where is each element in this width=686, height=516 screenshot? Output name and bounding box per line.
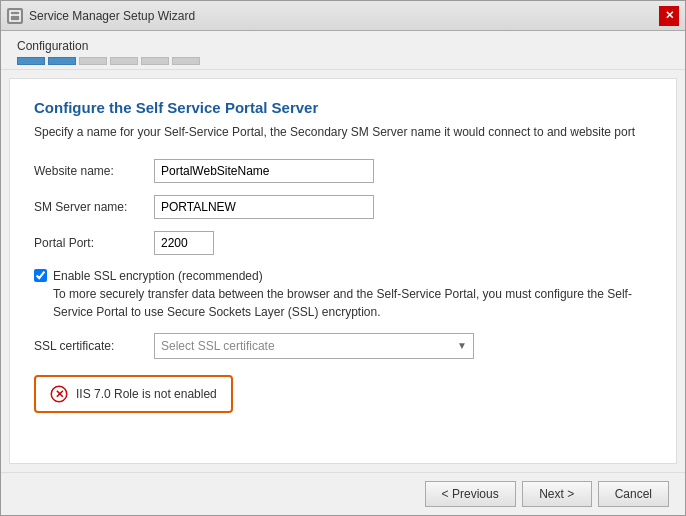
ssl-cert-label: SSL certificate: xyxy=(34,339,154,353)
ssl-checkbox-label: Enable SSL encryption (recommended) xyxy=(53,267,652,285)
wizard-window: Service Manager Setup Wizard ✕ Configura… xyxy=(0,0,686,516)
progress-step-3 xyxy=(79,57,107,65)
footer: < Previous Next > Cancel xyxy=(1,472,685,515)
portal-port-row: Portal Port: xyxy=(34,231,652,255)
progress-steps xyxy=(17,57,669,65)
progress-step-6 xyxy=(172,57,200,65)
dropdown-arrow-icon: ▼ xyxy=(457,340,467,351)
title-bar: Service Manager Setup Wizard ✕ xyxy=(1,1,685,31)
close-button[interactable]: ✕ xyxy=(659,6,679,26)
section-description: Specify a name for your Self-Service Por… xyxy=(34,124,652,141)
error-icon: ✕ xyxy=(50,385,68,403)
main-content: Configure the Self Service Portal Server… xyxy=(9,78,677,464)
next-button[interactable]: Next > xyxy=(522,481,592,507)
sm-server-label: SM Server name: xyxy=(34,200,154,214)
svg-text:✕: ✕ xyxy=(55,388,64,400)
sm-server-row: SM Server name: xyxy=(34,195,652,219)
ssl-checkbox-text: Enable SSL encryption (recommended) To m… xyxy=(53,267,652,321)
ssl-checkbox[interactable] xyxy=(34,269,47,282)
portal-port-input[interactable] xyxy=(154,231,214,255)
app-icon xyxy=(7,8,23,24)
ssl-cert-row: SSL certificate: Select SSL certificate … xyxy=(34,333,652,359)
progress-step-1 xyxy=(17,57,45,65)
website-name-label: Website name: xyxy=(34,164,154,178)
progress-step-4 xyxy=(110,57,138,65)
progress-section: Configuration xyxy=(1,31,685,70)
ssl-cert-placeholder: Select SSL certificate xyxy=(161,339,275,353)
title-bar-left: Service Manager Setup Wizard xyxy=(7,8,195,24)
ssl-checkbox-desc: To more securely transfer data between t… xyxy=(53,285,652,321)
progress-step-5 xyxy=(141,57,169,65)
window-title: Service Manager Setup Wizard xyxy=(29,9,195,23)
website-name-input[interactable] xyxy=(154,159,374,183)
cancel-button[interactable]: Cancel xyxy=(598,481,669,507)
progress-step-2 xyxy=(48,57,76,65)
error-message: IIS 7.0 Role is not enabled xyxy=(76,387,217,401)
section-title: Configure the Self Service Portal Server xyxy=(34,99,652,116)
previous-button[interactable]: < Previous xyxy=(425,481,516,507)
progress-label: Configuration xyxy=(17,39,669,53)
ssl-cert-dropdown[interactable]: Select SSL certificate ▼ xyxy=(154,333,474,359)
website-name-row: Website name: xyxy=(34,159,652,183)
portal-port-label: Portal Port: xyxy=(34,236,154,250)
error-box: ✕ IIS 7.0 Role is not enabled xyxy=(34,375,233,413)
sm-server-input[interactable] xyxy=(154,195,374,219)
svg-rect-0 xyxy=(10,11,20,21)
ssl-checkbox-row: Enable SSL encryption (recommended) To m… xyxy=(34,267,652,321)
